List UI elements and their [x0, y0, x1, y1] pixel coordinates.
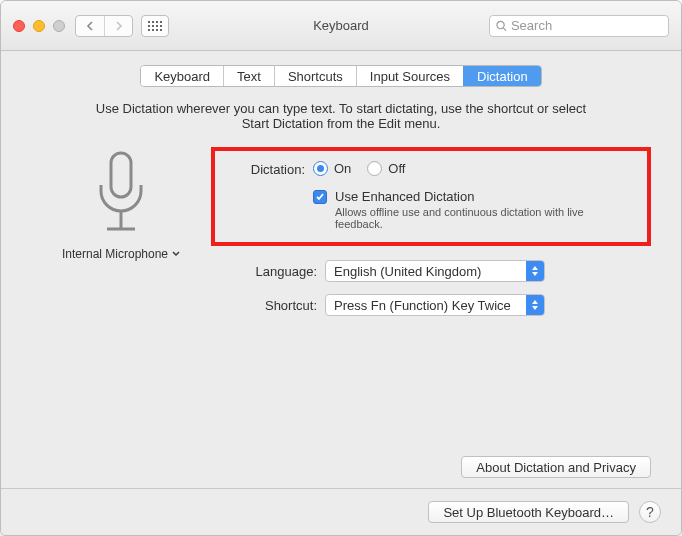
select-arrows-icon	[526, 295, 544, 315]
dictation-label: Dictation:	[229, 161, 313, 177]
enhanced-sub: Allows offline use and continuous dictat…	[335, 206, 633, 230]
traffic-lights	[13, 20, 65, 32]
svg-rect-1	[152, 21, 154, 23]
shortcut-label: Shortcut:	[211, 298, 325, 313]
language-select[interactable]: English (United Kingdom)	[325, 260, 545, 282]
content: Use Dictation wherever you can type text…	[1, 97, 681, 316]
bluetooth-keyboard-button[interactable]: Set Up Bluetooth Keyboard…	[428, 501, 629, 523]
svg-rect-8	[148, 29, 150, 31]
enhanced-checkbox[interactable]	[313, 190, 327, 204]
titlebar: Keyboard	[1, 1, 681, 51]
tab-input-sources[interactable]: Input Sources	[356, 66, 463, 86]
search-input[interactable]	[511, 18, 662, 33]
svg-rect-11	[160, 29, 162, 31]
language-label: Language:	[211, 264, 325, 279]
dictation-radio-group: On Off	[313, 161, 633, 176]
forward-button[interactable]	[104, 16, 132, 36]
preferences-window: Keyboard Keyboard Text Shortcuts Input S…	[0, 0, 682, 536]
intro-text: Use Dictation wherever you can type text…	[31, 101, 651, 141]
chevron-down-icon	[172, 251, 180, 257]
main-row: Internal Microphone Dictation: On Off	[31, 141, 651, 316]
dictation-off-label: Off	[388, 161, 405, 176]
show-all-button[interactable]	[141, 15, 169, 37]
tab-dictation[interactable]: Dictation	[463, 66, 541, 86]
search-field-wrap[interactable]	[489, 15, 669, 37]
footer: Set Up Bluetooth Keyboard… ?	[1, 488, 681, 535]
svg-point-12	[497, 21, 504, 28]
svg-rect-10	[156, 29, 158, 31]
about-dictation-privacy-button[interactable]: About Dictation and Privacy	[461, 456, 651, 478]
shortcut-select[interactable]: Press Fn (Function) Key Twice	[325, 294, 545, 316]
microphone-label: Internal Microphone	[62, 247, 168, 261]
svg-rect-6	[156, 25, 158, 27]
shortcut-value: Press Fn (Function) Key Twice	[334, 298, 511, 313]
language-value: English (United Kingdom)	[334, 264, 481, 279]
svg-rect-7	[160, 25, 162, 27]
svg-rect-3	[160, 21, 162, 23]
svg-rect-5	[152, 25, 154, 27]
tab-text[interactable]: Text	[223, 66, 274, 86]
minimize-button[interactable]	[33, 20, 45, 32]
tabs-row: Keyboard Text Shortcuts Input Sources Di…	[1, 51, 681, 97]
tabs: Keyboard Text Shortcuts Input Sources Di…	[140, 65, 541, 87]
search-icon	[496, 20, 507, 32]
tab-keyboard[interactable]: Keyboard	[141, 66, 223, 86]
help-button[interactable]: ?	[639, 501, 661, 523]
enhanced-text-group: Use Enhanced Dictation Allows offline us…	[335, 189, 633, 230]
microphone-column: Internal Microphone	[31, 147, 211, 316]
svg-rect-4	[148, 25, 150, 27]
dictation-row: Dictation: On Off	[229, 161, 633, 177]
settings-column: Dictation: On Off Use Enha	[211, 147, 651, 316]
microphone-selector[interactable]: Internal Microphone	[62, 247, 180, 261]
svg-rect-2	[156, 21, 158, 23]
select-arrows-icon	[526, 261, 544, 281]
enhanced-row: Use Enhanced Dictation Allows offline us…	[229, 189, 633, 230]
dictation-on-label: On	[334, 161, 351, 176]
zoom-button[interactable]	[53, 20, 65, 32]
shortcut-row: Shortcut: Press Fn (Function) Key Twice	[211, 294, 651, 316]
tab-shortcuts[interactable]: Shortcuts	[274, 66, 356, 86]
svg-rect-9	[152, 29, 154, 31]
enhanced-label: Use Enhanced Dictation	[335, 189, 633, 204]
nav-buttons	[75, 15, 133, 37]
back-button[interactable]	[76, 16, 104, 36]
dictation-on-radio[interactable]	[313, 161, 328, 176]
microphone-icon	[89, 151, 153, 239]
close-button[interactable]	[13, 20, 25, 32]
language-row: Language: English (United Kingdom)	[211, 260, 651, 282]
dictation-off-radio[interactable]	[367, 161, 382, 176]
svg-rect-0	[148, 21, 150, 23]
svg-rect-14	[111, 153, 131, 197]
svg-line-13	[503, 27, 506, 30]
privacy-row: About Dictation and Privacy	[1, 456, 681, 478]
dictation-highlight: Dictation: On Off Use Enha	[211, 147, 651, 246]
